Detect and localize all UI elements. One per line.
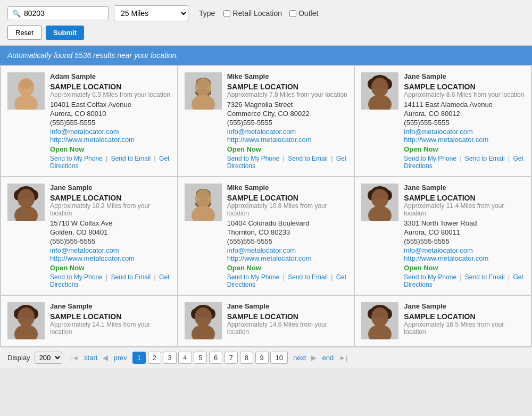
- card-actions: Send to My Phone | Send to Email | Get D…: [404, 273, 525, 288]
- display-select[interactable]: 200 100 50: [35, 352, 62, 364]
- page-button-5[interactable]: 5: [194, 352, 207, 364]
- start-nav-icon: |◄: [70, 354, 79, 362]
- loc-phone: (555)555-5555: [227, 237, 348, 245]
- open-now: Open Now: [227, 145, 348, 153]
- separator2: |: [508, 273, 511, 281]
- web-link[interactable]: http://www.metalocator.com: [227, 254, 348, 262]
- send-phone-link[interactable]: Send to My Phone: [227, 155, 280, 162]
- email-link[interactable]: info@metalocator.com: [404, 246, 525, 254]
- page-button-6[interactable]: 6: [209, 352, 222, 364]
- retail-checkbox[interactable]: [223, 10, 230, 17]
- page-button-1[interactable]: 1: [132, 352, 146, 364]
- open-now: Open Now: [404, 145, 525, 153]
- send-email-link[interactable]: Send to Email: [111, 155, 151, 162]
- send-email-link[interactable]: Send to Email: [288, 155, 328, 162]
- page-button-9[interactable]: 9: [255, 352, 269, 364]
- web-link[interactable]: http://www.metalocator.com: [404, 254, 525, 262]
- page-button-2[interactable]: 2: [148, 352, 161, 364]
- page-button-7[interactable]: 7: [225, 352, 238, 364]
- email-link[interactable]: info@metalocator.com: [227, 246, 348, 254]
- separator: |: [283, 273, 286, 281]
- loc-title: SAMPLE LOCATION: [50, 82, 171, 91]
- retail-checkbox-label[interactable]: Retail Location: [223, 9, 282, 18]
- start-nav[interactable]: start: [81, 352, 101, 363]
- email-link[interactable]: info@metalocator.com: [404, 128, 525, 136]
- end-nav[interactable]: end: [319, 352, 337, 363]
- loc-title: SAMPLE LOCATION: [404, 82, 525, 91]
- prev-nav[interactable]: prev: [110, 352, 130, 363]
- loc-title: SAMPLE LOCATION: [50, 194, 171, 202]
- loc-title: SAMPLE LOCATION: [404, 194, 525, 202]
- email-link[interactable]: info@metalocator.com: [227, 128, 348, 136]
- result-card: Mike Sample SAMPLE LOCATION Approximatel…: [178, 177, 354, 295]
- type-label: Type: [199, 9, 215, 18]
- open-now: Open Now: [227, 264, 348, 272]
- loc-approx: Approximately 11.4 Miles from your locat…: [404, 202, 525, 217]
- web-link[interactable]: http://www.metalocator.com: [50, 254, 171, 262]
- separator: |: [283, 155, 286, 162]
- send-email-link[interactable]: Send to Email: [465, 273, 505, 281]
- send-phone-link[interactable]: Send to My Phone: [227, 273, 280, 281]
- card-inner: Jane Sample SAMPLE LOCATION Approximatel…: [361, 184, 525, 288]
- miles-select[interactable]: 5 Miles 10 Miles 15 Miles 25 Miles 50 Mi…: [114, 5, 188, 21]
- svg-point-58: [371, 307, 388, 327]
- page-button-10[interactable]: 10: [270, 352, 287, 364]
- svg-point-24: [18, 189, 35, 208]
- person-name: Jane Sample: [50, 184, 171, 192]
- web-link[interactable]: http://www.metalocator.com: [227, 136, 348, 144]
- outlet-checkbox[interactable]: [289, 10, 296, 17]
- loc-phone: (555)555-5555: [50, 237, 171, 245]
- results-grid: Adam Sample SAMPLE LOCATION Approximatel…: [0, 65, 532, 347]
- search-input-wrap: 🔍: [7, 6, 109, 20]
- svg-point-4: [18, 78, 34, 96]
- card-actions: Send to My Phone | Send to Email | Get D…: [227, 155, 348, 170]
- send-phone-link[interactable]: Send to My Phone: [404, 155, 456, 162]
- loc-approx: Approximately 16.5 Miles from your locat…: [404, 321, 525, 336]
- reset-button[interactable]: Reset: [7, 26, 41, 40]
- svg-point-30: [195, 189, 211, 207]
- loc-phone: (555)555-5555: [50, 119, 171, 127]
- send-email-link[interactable]: Send to Email: [288, 273, 328, 281]
- loc-address1: 10404 Colorado Boulevard: [227, 219, 348, 227]
- email-link[interactable]: info@metalocator.com: [50, 246, 171, 254]
- avatar: [361, 184, 398, 221]
- next-nav[interactable]: next: [290, 352, 310, 363]
- loc-address1: 14111 East Alameda Avenue: [404, 101, 525, 109]
- page-button-4[interactable]: 4: [178, 352, 192, 364]
- loc-approx: Approximately 10.8 Miles from your locat…: [227, 202, 348, 217]
- card-info: Jane Sample SAMPLE LOCATION Approximatel…: [227, 302, 348, 339]
- loc-address2: Aurora, CO 80011: [404, 228, 525, 236]
- loc-address2: Golden, CO 80401: [50, 228, 171, 236]
- svg-point-17: [371, 78, 388, 97]
- send-phone-link[interactable]: Send to My Phone: [50, 273, 103, 281]
- avatar: [361, 72, 398, 110]
- submit-button[interactable]: Submit: [46, 26, 84, 40]
- result-card: Jane Sample SAMPLE LOCATION Approximatel…: [1, 296, 177, 346]
- send-phone-link[interactable]: Send to My Phone: [404, 273, 456, 281]
- loc-approx: Approximately 8.6 Miles from your locati…: [404, 91, 525, 98]
- banner-text: Automatically found 5536 results near yo…: [7, 51, 178, 60]
- avatar: [7, 302, 45, 339]
- loc-title: SAMPLE LOCATION: [227, 312, 348, 321]
- card-info: Jane Sample SAMPLE LOCATION Approximatel…: [50, 302, 171, 339]
- web-link[interactable]: http://www.metalocator.com: [404, 136, 525, 144]
- svg-point-44: [18, 307, 35, 327]
- send-email-link[interactable]: Send to Email: [465, 155, 505, 162]
- loc-title: SAMPLE LOCATION: [227, 194, 348, 202]
- outlet-checkbox-label[interactable]: Outlet: [289, 9, 318, 18]
- card-info: Jane Sample SAMPLE LOCATION Approximatel…: [404, 302, 525, 339]
- header: 🔍 5 Miles 10 Miles 15 Miles 25 Miles 50 …: [0, 0, 532, 65]
- search-input[interactable]: [24, 9, 104, 18]
- card-inner: Mike Sample SAMPLE LOCATION Approximatel…: [185, 72, 348, 170]
- avatar: [7, 72, 45, 110]
- separator: |: [106, 273, 109, 281]
- send-phone-link[interactable]: Send to My Phone: [50, 155, 103, 162]
- send-email-link[interactable]: Send to Email: [111, 273, 151, 281]
- card-actions: Send to My Phone | Send to Email | Get D…: [404, 155, 525, 170]
- loc-title: SAMPLE LOCATION: [227, 82, 348, 91]
- web-link[interactable]: http://www.metalocator.com: [50, 136, 171, 144]
- page-button-3[interactable]: 3: [163, 352, 176, 364]
- page-button-8[interactable]: 8: [240, 352, 253, 364]
- loc-phone: (555)555-5555: [404, 237, 525, 245]
- email-link[interactable]: info@metalocator.com: [50, 128, 171, 136]
